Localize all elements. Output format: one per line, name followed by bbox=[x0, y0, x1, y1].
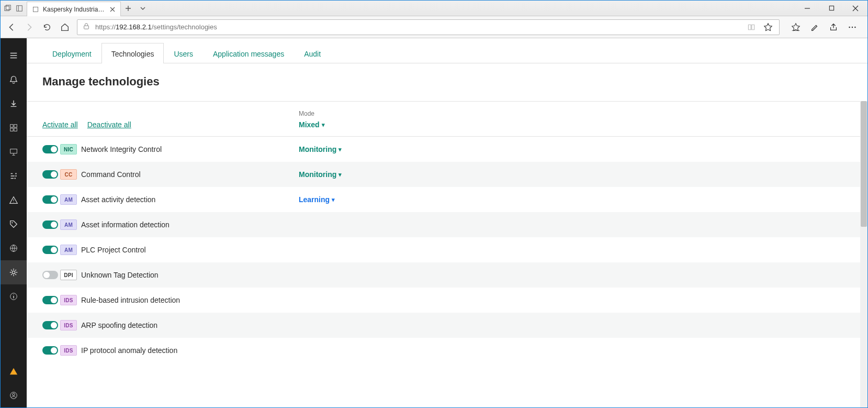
sidebar-menu[interactable] bbox=[1, 43, 27, 68]
chevron-down-icon: ▾ bbox=[322, 122, 325, 128]
notes-icon[interactable] bbox=[809, 21, 820, 33]
sidebar-hierarchy[interactable] bbox=[1, 164, 27, 188]
technology-toggle[interactable] bbox=[42, 145, 58, 153]
svg-rect-11 bbox=[10, 128, 13, 131]
technology-toggle[interactable] bbox=[42, 271, 58, 279]
technology-mode-dropdown[interactable]: Monitoring▾ bbox=[299, 170, 445, 179]
mode-column-label: Mode bbox=[299, 110, 445, 117]
tab-application-messages[interactable]: Application messages bbox=[203, 43, 294, 63]
technology-name: PLC Project Control bbox=[81, 246, 299, 254]
technology-toggle[interactable] bbox=[42, 346, 58, 355]
deactivate-all-link[interactable]: Deactivate all bbox=[87, 120, 131, 129]
close-window-button[interactable] bbox=[843, 1, 867, 16]
sidebar-settings[interactable] bbox=[1, 260, 27, 284]
technology-mode-dropdown[interactable]: Learning▾ bbox=[299, 195, 445, 204]
sidebar-notifications[interactable] bbox=[1, 68, 27, 92]
technology-badge: AM bbox=[60, 194, 77, 205]
sidebar-info[interactable] bbox=[1, 284, 27, 308]
reading-view-icon[interactable] bbox=[746, 21, 757, 33]
sidebar-dashboards[interactable] bbox=[1, 116, 27, 140]
svg-point-7 bbox=[852, 26, 853, 28]
url-text: https://192.168.2.1/settings/technologie… bbox=[95, 23, 217, 31]
activate-all-link[interactable]: Activate all bbox=[42, 120, 78, 129]
sidebar-warning[interactable] bbox=[1, 359, 27, 383]
svg-point-14 bbox=[15, 173, 16, 174]
technology-name: Asset information detection bbox=[81, 220, 299, 229]
technology-toggle[interactable] bbox=[42, 321, 58, 329]
mode-filter-value: Mixed bbox=[299, 120, 320, 129]
minimize-button[interactable] bbox=[795, 1, 819, 16]
sidebar-tags[interactable] bbox=[1, 212, 27, 236]
forward-button[interactable] bbox=[24, 21, 35, 33]
svg-rect-13 bbox=[10, 149, 17, 153]
sidebar-hosts[interactable] bbox=[1, 140, 27, 164]
technology-mode-value: Monitoring bbox=[299, 170, 336, 179]
technology-name: IP protocol anomaly detection bbox=[81, 346, 299, 355]
tab-actions-icon-2[interactable] bbox=[15, 4, 24, 13]
svg-rect-10 bbox=[14, 125, 17, 127]
svg-point-19 bbox=[12, 271, 15, 273]
tab-actions-icon-1[interactable] bbox=[4, 4, 12, 13]
more-menu-icon[interactable] bbox=[847, 21, 858, 33]
svg-rect-5 bbox=[84, 26, 89, 29]
scrollbar-thumb[interactable] bbox=[861, 101, 867, 227]
browser-toolbar: https://192.168.2.1/settings/technologie… bbox=[1, 16, 867, 38]
technology-badge: AM bbox=[60, 245, 77, 255]
technology-mode-value: Monitoring bbox=[299, 145, 336, 153]
technology-badge: CC bbox=[60, 169, 77, 180]
vertical-scrollbar[interactable] bbox=[860, 101, 867, 407]
home-button[interactable] bbox=[59, 21, 71, 33]
technology-mode-dropdown[interactable]: Monitoring▾ bbox=[299, 145, 445, 153]
svg-point-15 bbox=[15, 175, 16, 177]
new-tab-button[interactable] bbox=[121, 1, 136, 16]
sidebar-account[interactable] bbox=[1, 383, 27, 407]
mode-filter-dropdown[interactable]: Mixed ▾ bbox=[299, 120, 445, 129]
page-title: Manage technologies bbox=[27, 63, 867, 101]
tab-dropdown-icon[interactable] bbox=[136, 1, 150, 16]
sidebar bbox=[1, 38, 27, 407]
url-host: 192.168.2.1 bbox=[116, 23, 152, 31]
technology-row: CCCommand ControlMonitoring▾ bbox=[27, 162, 867, 187]
url-bar[interactable]: https://192.168.2.1/settings/technologie… bbox=[77, 19, 780, 35]
tab-deployment[interactable]: Deployment bbox=[42, 43, 102, 63]
close-tab-icon[interactable] bbox=[109, 6, 116, 13]
technology-name: ARP spoofing detection bbox=[81, 321, 299, 329]
svg-point-16 bbox=[15, 178, 16, 179]
technology-badge: IDS bbox=[60, 345, 77, 356]
chevron-down-icon: ▾ bbox=[332, 196, 335, 203]
maximize-button[interactable] bbox=[819, 1, 843, 16]
technology-name: Command Control bbox=[81, 170, 299, 179]
technology-row: AMAsset information detection bbox=[27, 212, 867, 237]
technology-toggle[interactable] bbox=[42, 195, 58, 204]
technology-toggle[interactable] bbox=[42, 246, 58, 254]
svg-rect-4 bbox=[829, 6, 833, 10]
tab-users[interactable]: Users bbox=[164, 43, 203, 63]
settings-tabs: Deployment Technologies Users Applicatio… bbox=[27, 38, 867, 63]
technology-name: Rule-based intrusion detection bbox=[81, 296, 299, 304]
technology-badge: IDS bbox=[60, 320, 77, 330]
technology-row: NICNetwork Integrity ControlMonitoring▾ bbox=[27, 137, 867, 162]
technology-badge: NIC bbox=[60, 144, 77, 155]
technology-badge: DPI bbox=[60, 270, 77, 280]
tab-audit[interactable]: Audit bbox=[294, 43, 331, 63]
sidebar-downloads[interactable] bbox=[1, 92, 27, 116]
sidebar-network[interactable] bbox=[1, 236, 27, 260]
browser-tab[interactable]: Kaspersky Industrial Cyb bbox=[27, 2, 121, 16]
favorite-star-icon[interactable] bbox=[762, 21, 774, 33]
url-path: /settings/technologies bbox=[152, 23, 217, 31]
technology-toggle[interactable] bbox=[42, 220, 58, 229]
svg-rect-2 bbox=[17, 5, 22, 11]
refresh-button[interactable] bbox=[41, 21, 53, 33]
share-icon[interactable] bbox=[828, 21, 839, 33]
technology-row: IDSIP protocol anomaly detection bbox=[27, 338, 867, 363]
technology-toggle[interactable] bbox=[42, 296, 58, 304]
back-button[interactable] bbox=[6, 21, 17, 33]
tab-technologies[interactable]: Technologies bbox=[102, 43, 164, 63]
browser-tab-title: Kaspersky Industrial Cyb bbox=[43, 6, 106, 13]
technology-toggle[interactable] bbox=[42, 170, 58, 179]
svg-rect-9 bbox=[10, 125, 13, 127]
svg-point-6 bbox=[849, 26, 850, 28]
technology-row: AMAsset activity detectionLearning▾ bbox=[27, 187, 867, 212]
sidebar-alerts[interactable] bbox=[1, 188, 27, 212]
favorites-hub-icon[interactable] bbox=[790, 21, 802, 33]
